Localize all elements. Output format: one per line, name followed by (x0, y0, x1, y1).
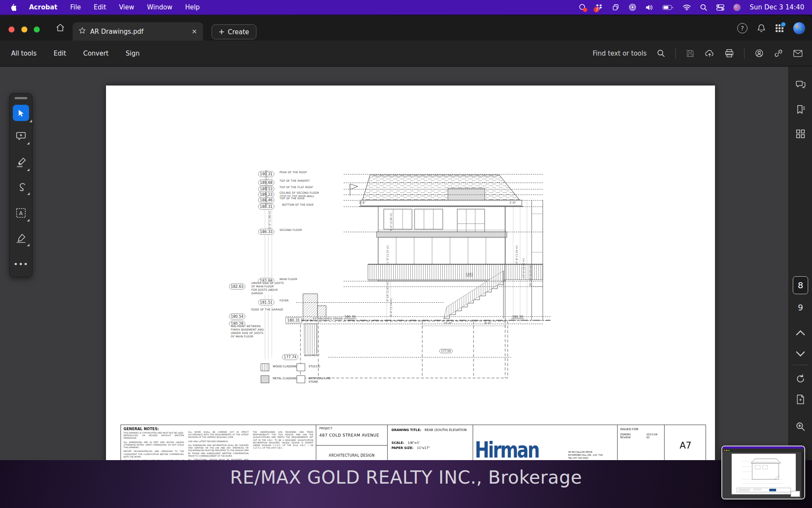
rotate-page-button[interactable] (795, 374, 806, 386)
spotlight-icon[interactable] (700, 4, 707, 11)
select-text-tool[interactable]: A (15, 207, 26, 220)
sheet-number: A7 (664, 425, 706, 466)
issue-type: ZONING REVIEW (620, 433, 642, 439)
vertical-dimension: 4'-10" [1.47 m] (386, 282, 389, 301)
macos-menu-bar: Acrobat File Edit View Window Help 7 (0, 0, 812, 15)
level-line (344, 232, 543, 232)
wifi-icon[interactable] (683, 4, 691, 11)
note-paragraph: ALL WORK SHALL BE CARRIED OUT IN STRICT … (188, 431, 248, 439)
sign-menu[interactable]: Sign (126, 50, 140, 57)
copy-windows-icon[interactable] (612, 3, 620, 11)
bookmarks-panel-icon[interactable] (795, 104, 806, 116)
select-tool-active[interactable] (13, 105, 29, 121)
project-cell: PROJECT: 487 COLD STREAM AVENUE ARCHITEC… (316, 425, 387, 466)
mini-window-chrome (722, 449, 804, 452)
current-page-number: 8 (793, 276, 808, 294)
page-thumbnails-icon[interactable] (796, 129, 805, 140)
apple-menu[interactable] (9, 3, 16, 11)
quick-tools-panel: A ••• (9, 93, 32, 277)
battery-icon[interactable] (662, 5, 674, 10)
close-window-button[interactable] (9, 27, 15, 32)
current-page-indicator[interactable]: 8 (793, 276, 808, 294)
scale-value: 1/8"=1' (408, 441, 420, 445)
paper-size-label: PAPER SIZE: (391, 446, 413, 450)
menu-edit[interactable]: Edit (94, 3, 106, 11)
dropbox-icon[interactable]: 7 (595, 3, 603, 11)
favorite-star-icon[interactable] (79, 27, 86, 36)
pdf-page[interactable]: 190.31PEAK OF THE ROOF189.68TOP OF THE P… (106, 86, 715, 475)
level-line (344, 207, 543, 207)
level-elevation: 177.74 (282, 354, 298, 360)
more-tools-button[interactable]: ••• (14, 260, 29, 269)
next-page-number[interactable]: 9 (798, 303, 803, 312)
tab-close-icon[interactable]: ✕ (191, 28, 197, 35)
add-comment-tool[interactable] (15, 131, 26, 143)
notifications-bell-icon[interactable] (757, 24, 766, 33)
apps-grid-icon[interactable] (775, 24, 784, 32)
level-label: EDGE OF THE GARAGE (250, 308, 284, 311)
vertical-dimension: 11'-0" [3.35 m] (386, 245, 389, 265)
toolbar-divider (675, 48, 676, 59)
menu-help[interactable]: Help (185, 3, 200, 11)
convert-menu[interactable]: Convert (83, 50, 109, 57)
edit-menu[interactable]: Edit (54, 50, 66, 57)
hotspot-icon[interactable] (629, 3, 636, 11)
previous-page-button[interactable] (796, 329, 805, 337)
vertical-dimension: 2'-6" [0.77 m] (265, 187, 268, 205)
scale-label: SCALE: (391, 441, 404, 445)
email-icon[interactable] (793, 50, 803, 57)
find-text-label[interactable]: Find text or tools (593, 50, 647, 57)
plus-icon (219, 29, 224, 35)
help-icon[interactable]: ? (737, 23, 747, 33)
level-elevation: 182.63 (229, 284, 245, 289)
minimize-window-button[interactable] (21, 27, 27, 32)
siri-icon[interactable] (733, 4, 741, 11)
address-line: TEL:547 4013922 (568, 457, 607, 460)
menu-app-name[interactable]: Acrobat (29, 3, 57, 11)
brokerage-watermark: RE/MAX GOLD REALTY INC., Brokerage (0, 460, 812, 508)
draw-tool[interactable] (15, 183, 27, 194)
create-label: Create (228, 28, 249, 36)
mini-document-area (722, 452, 804, 499)
menu-window[interactable]: Window (147, 3, 172, 11)
dimension-label: 2'-0" (509, 201, 516, 204)
next-page-button[interactable] (796, 351, 805, 359)
menu-file[interactable]: File (70, 3, 81, 11)
fill-sign-tool[interactable] (15, 233, 26, 245)
zoom-window-button[interactable] (34, 27, 40, 32)
zoom-in-icon[interactable] (796, 422, 806, 433)
drawing-title-value: REAR (SOUTH) ELEVATION (425, 428, 467, 432)
screen-record-icon[interactable] (579, 3, 586, 11)
extract-page-icon[interactable] (796, 394, 806, 406)
notes-title: GENERAL NOTES: (124, 427, 184, 431)
paper-size-value: 11"x17" (417, 446, 430, 450)
svg-text:A: A (19, 210, 23, 216)
highlight-tool[interactable] (15, 157, 26, 170)
account-avatar[interactable] (793, 22, 805, 34)
request-signatures-icon[interactable] (755, 49, 764, 58)
note-paragraph: ALL DIMENSIONS AND INFORMATION SHALL BE … (188, 444, 248, 458)
level-label: ESTABLISHED GRADE (312, 317, 344, 320)
level-line (344, 174, 543, 174)
note-paragraph: THE UNDERSIGNED HAS REVIEWED AND TAKES R… (253, 431, 313, 450)
menu-view[interactable]: View (119, 3, 134, 11)
cloud-upload-icon[interactable] (705, 49, 715, 58)
apple-icon (9, 3, 16, 11)
volume-icon[interactable] (645, 4, 653, 11)
control-center-icon[interactable] (716, 4, 724, 11)
all-tools-menu[interactable]: All tools (11, 50, 37, 57)
create-button[interactable]: Create (212, 24, 256, 39)
submenu-triangle (27, 192, 30, 195)
document-tab[interactable]: AR Drawings.pdf ✕ (73, 22, 203, 41)
panel-drag-handle[interactable] (15, 97, 27, 99)
share-link-icon[interactable] (774, 49, 783, 58)
save-icon (686, 49, 694, 58)
comments-panel-icon[interactable] (795, 80, 806, 91)
menu-bar-clock[interactable]: Sun Dec 3 14:40 (750, 3, 804, 11)
search-icon[interactable] (657, 49, 665, 57)
screen-mirror-preview[interactable] (721, 446, 805, 499)
home-button[interactable] (56, 23, 65, 34)
print-icon[interactable] (725, 49, 734, 58)
level-elevation: 180.54 (229, 313, 245, 319)
dimension-label: 15'-0" (444, 322, 452, 325)
